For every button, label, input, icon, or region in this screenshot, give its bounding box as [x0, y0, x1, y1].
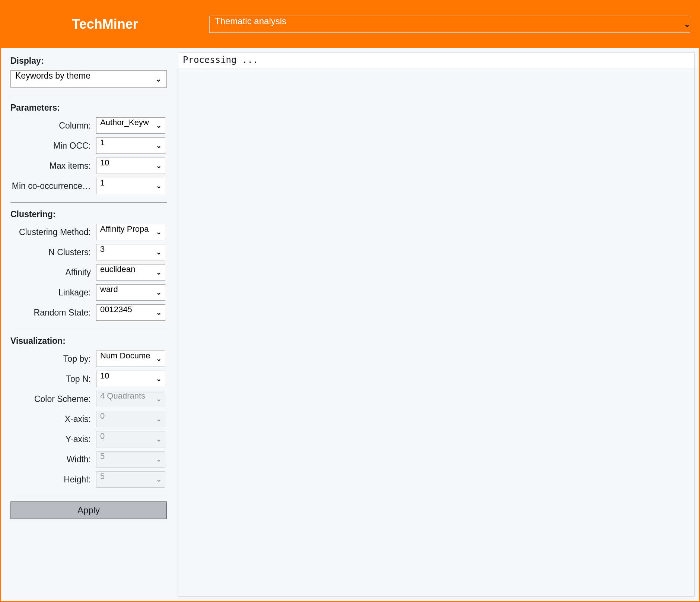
param-row: Random State:0012345⌄: [9, 304, 168, 321]
param-select-wrap: 4 Quadrants⌄: [96, 391, 165, 407]
param-select-wrap: euclidean⌄: [96, 264, 165, 281]
param-select-wrap: 10⌄: [96, 158, 165, 174]
output-status-text: Processing ...: [178, 53, 694, 69]
visualization-group: Top by:Num Docume⌄Top N:10⌄Color Scheme:…: [9, 351, 168, 488]
clustering-group: Clustering Method:Affinity Propa⌄N Clust…: [9, 224, 168, 321]
param-row: Min co-occurrence…1⌄: [9, 178, 168, 194]
param-label: Max items:: [9, 161, 96, 171]
param-row: Affinityeuclidean⌄: [9, 264, 168, 281]
param-select-wrap: Affinity Propa⌄: [96, 224, 165, 240]
param-select-wrap: Num Docume⌄: [96, 351, 165, 367]
apply-button[interactable]: Apply: [10, 501, 167, 519]
divider: [10, 202, 167, 203]
param-select[interactable]: 1: [96, 178, 165, 194]
parameters-heading: Parameters:: [10, 103, 168, 113]
param-select[interactable]: 1: [96, 137, 165, 154]
param-label: Min OCC:: [9, 141, 96, 151]
param-row: Height:5⌄: [9, 471, 168, 488]
param-label: Top by:: [9, 354, 96, 364]
param-select[interactable]: 3: [96, 244, 165, 260]
param-row: N Clusters:3⌄: [9, 244, 168, 260]
analysis-select[interactable]: Thematic analysis: [209, 16, 690, 33]
param-row: Width:5⌄: [9, 451, 168, 468]
display-select-wrap: Keywords by theme ⌄: [10, 70, 167, 88]
param-label: Height:: [9, 475, 96, 485]
header-title-wrap: TechMiner: [1, 16, 209, 32]
output-panel: Processing ...: [178, 52, 695, 597]
param-label: Random State:: [9, 308, 96, 318]
parameters-group: Column:Author_Keyw⌄Min OCC:1⌄Max items:1…: [9, 117, 168, 194]
param-label: Color Scheme:: [9, 394, 96, 404]
param-label: X-axis:: [9, 414, 96, 424]
app-title: TechMiner: [72, 16, 138, 32]
divider: [10, 329, 167, 329]
divider: [10, 496, 167, 496]
param-row: X-axis:0⌄: [9, 411, 168, 427]
param-label: Affinity: [9, 267, 96, 278]
divider: [10, 96, 167, 96]
param-label: Width:: [9, 454, 96, 465]
visualization-heading: Visualization:: [10, 336, 168, 346]
param-row: Color Scheme:4 Quadrants⌄: [9, 391, 168, 407]
param-row: Top by:Num Docume⌄: [9, 351, 168, 367]
param-select[interactable]: 0012345: [96, 304, 165, 321]
param-select: 4 Quadrants: [96, 391, 165, 407]
param-select-wrap: 5⌄: [96, 471, 165, 488]
param-select-wrap: 1⌄: [96, 137, 165, 154]
param-label: Linkage:: [9, 288, 96, 298]
param-select: 5: [96, 471, 165, 488]
param-select[interactable]: Author_Keyw: [96, 117, 165, 134]
param-label: Min co-occurrence…: [9, 181, 96, 191]
analysis-select-wrap: Thematic analysis ⌄: [209, 16, 696, 33]
display-select[interactable]: Keywords by theme: [10, 70, 167, 88]
param-select: 0: [96, 411, 165, 427]
param-select-wrap: Author_Keyw⌄: [96, 117, 165, 134]
param-label: Clustering Method:: [9, 227, 96, 237]
param-row: Y-axis:0⌄: [9, 431, 168, 447]
param-select-wrap: 5⌄: [96, 451, 165, 468]
param-select[interactable]: ward: [96, 284, 165, 301]
param-select[interactable]: 10: [96, 371, 165, 387]
param-label: N Clusters:: [9, 247, 96, 257]
display-heading: Display:: [10, 56, 168, 66]
param-row: Column:Author_Keyw⌄: [9, 117, 168, 134]
clustering-heading: Clustering:: [10, 209, 168, 219]
param-select-wrap: 3⌄: [96, 244, 165, 260]
output-body: [178, 69, 694, 596]
param-select-wrap: ward⌄: [96, 284, 165, 301]
param-label: Column:: [9, 121, 96, 131]
param-row: Linkage:ward⌄: [9, 284, 168, 301]
param-select-wrap: 0⌄: [96, 411, 165, 427]
param-row: Top N:10⌄: [9, 371, 168, 387]
param-select[interactable]: Num Docume: [96, 351, 165, 367]
param-select-wrap: 0⌄: [96, 431, 165, 447]
param-row: Clustering Method:Affinity Propa⌄: [9, 224, 168, 240]
body: Display: Keywords by theme ⌄ Parameters:…: [1, 48, 699, 601]
param-select[interactable]: euclidean: [96, 264, 165, 281]
param-select: 0: [96, 431, 165, 447]
sidebar: Display: Keywords by theme ⌄ Parameters:…: [5, 52, 172, 597]
param-row: Max items:10⌄: [9, 158, 168, 174]
param-select[interactable]: 10: [96, 158, 165, 174]
app-frame: TechMiner Thematic analysis ⌄ Display: K…: [0, 0, 700, 602]
param-select: 5: [96, 451, 165, 468]
param-select-wrap: 0012345⌄: [96, 304, 165, 321]
param-row: Min OCC:1⌄: [9, 137, 168, 154]
header-bar: TechMiner Thematic analysis ⌄: [1, 1, 699, 48]
param-label: Top N:: [9, 374, 96, 384]
param-select-wrap: 10⌄: [96, 371, 165, 387]
param-select-wrap: 1⌄: [96, 178, 165, 194]
param-select[interactable]: Affinity Propa: [96, 224, 165, 240]
param-label: Y-axis:: [9, 434, 96, 444]
